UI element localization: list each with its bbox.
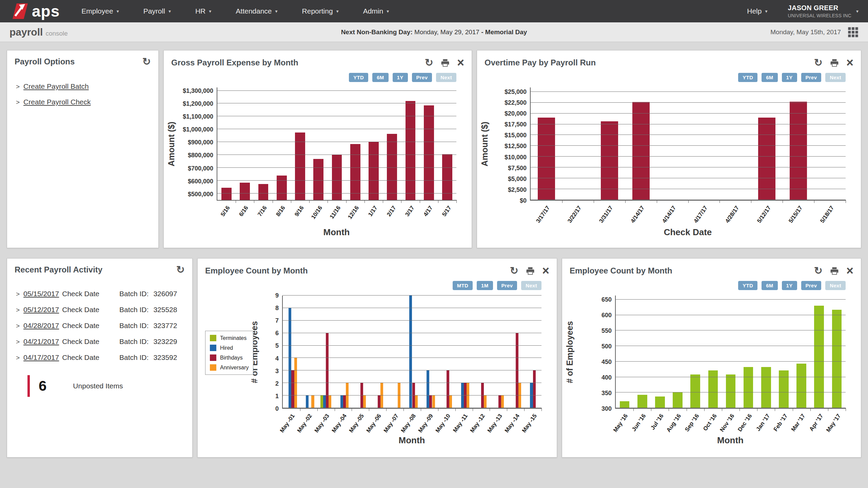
create-payroll-check-link[interactable]: Create Payroll Check: [23, 98, 91, 106]
range-prev-button[interactable]: Prev: [801, 281, 822, 290]
bar-anniversary[interactable]: [311, 395, 314, 408]
bar[interactable]: [790, 102, 807, 200]
close-icon[interactable]: ×: [846, 265, 853, 277]
bar[interactable]: [779, 370, 789, 408]
bar[interactable]: [673, 392, 683, 408]
bar[interactable]: [369, 142, 379, 200]
bar[interactable]: [814, 306, 824, 408]
bar-anniversary[interactable]: [484, 395, 487, 408]
bar-hired[interactable]: [306, 395, 309, 408]
activity-date-link[interactable]: 04/21/2017: [23, 338, 59, 346]
bar-anniversary[interactable]: [449, 395, 452, 408]
bar[interactable]: [832, 310, 842, 408]
range-1y-button[interactable]: 1Y: [393, 73, 408, 82]
range-prev-button[interactable]: Prev: [497, 281, 517, 290]
bar[interactable]: [620, 401, 630, 408]
bar[interactable]: [690, 374, 700, 408]
bar-hired[interactable]: [427, 370, 429, 408]
print-icon[interactable]: [830, 266, 839, 275]
bar[interactable]: [655, 396, 665, 408]
close-icon[interactable]: ×: [846, 57, 853, 69]
bar[interactable]: [601, 121, 618, 200]
bar[interactable]: [277, 176, 287, 200]
create-payroll-batch-link[interactable]: Create Payroll Batch: [23, 82, 89, 90]
menu-employee[interactable]: Employee▾: [81, 7, 119, 15]
bar[interactable]: [538, 118, 555, 200]
print-icon[interactable]: [830, 58, 839, 67]
range-ytd-button[interactable]: YTD: [738, 73, 757, 82]
bar-terminates[interactable]: [320, 395, 323, 408]
bar-hired[interactable]: [340, 395, 343, 408]
bar[interactable]: [708, 370, 718, 408]
bar[interactable]: [758, 118, 775, 200]
range-next-button[interactable]: Next: [521, 281, 541, 290]
bar[interactable]: [295, 133, 305, 200]
refresh-icon[interactable]: ↻: [425, 58, 433, 68]
bar[interactable]: [726, 374, 736, 408]
print-icon[interactable]: [526, 266, 535, 275]
range-prev-button[interactable]: Prev: [412, 73, 432, 82]
x-axis-title: Month: [217, 227, 456, 238]
bar[interactable]: [387, 134, 397, 200]
activity-date-link[interactable]: 04/17/2017: [23, 353, 59, 362]
close-icon[interactable]: ×: [457, 57, 464, 69]
range-mtd-button[interactable]: MTD: [453, 281, 473, 290]
bar-birthdays[interactable]: [533, 370, 536, 408]
help-menu[interactable]: Help▾: [747, 7, 767, 15]
aps-logo[interactable]: aps: [9, 3, 60, 19]
bar[interactable]: [761, 367, 771, 408]
bar-anniversary[interactable]: [363, 395, 366, 408]
bar[interactable]: [632, 102, 650, 200]
bar[interactable]: [313, 159, 323, 200]
range-6m-button[interactable]: 6M: [762, 281, 777, 290]
apps-grid-icon[interactable]: [848, 27, 859, 38]
range-ytd-button[interactable]: YTD: [349, 73, 368, 82]
bar-anniversary[interactable]: [501, 395, 504, 408]
range-next-button[interactable]: Next: [825, 281, 846, 290]
bar-hired[interactable]: [409, 296, 412, 408]
activity-date-link[interactable]: 05/12/2017: [23, 306, 59, 314]
bar-hired[interactable]: [323, 395, 326, 408]
range-1y-button[interactable]: 1Y: [782, 73, 797, 82]
menu-hr[interactable]: HR▾: [195, 7, 211, 15]
bar-anniversary[interactable]: [432, 395, 435, 408]
bar-anniversary[interactable]: [415, 395, 418, 408]
menu-payroll[interactable]: Payroll▾: [143, 7, 171, 15]
user-menu[interactable]: JASON GREER UNIVERSAL WIRELESS INC ▾: [788, 4, 859, 18]
bar[interactable]: [637, 395, 647, 408]
range-prev-button[interactable]: Prev: [801, 73, 822, 82]
refresh-icon[interactable]: ↻: [142, 57, 151, 67]
activity-date-link[interactable]: 04/28/2017: [23, 322, 59, 330]
close-icon[interactable]: ×: [542, 265, 549, 277]
bar-birthdays[interactable]: [447, 370, 449, 408]
activity-date-link[interactable]: 05/15/2017: [23, 290, 59, 298]
bar[interactable]: [350, 144, 360, 200]
refresh-icon[interactable]: ↻: [814, 266, 823, 276]
menu-reporting[interactable]: Reporting▾: [302, 7, 339, 15]
range-6m-button[interactable]: 6M: [372, 73, 388, 82]
bar-birthdays[interactable]: [378, 395, 380, 408]
range-next-button[interactable]: Next: [436, 73, 456, 82]
refresh-icon[interactable]: ↻: [814, 58, 823, 68]
bar[interactable]: [796, 364, 806, 408]
bar-birthdays[interactable]: [343, 395, 346, 408]
refresh-icon[interactable]: ↻: [510, 266, 518, 276]
bar[interactable]: [240, 183, 250, 200]
range-6m-button[interactable]: 6M: [762, 73, 777, 82]
bar[interactable]: [221, 188, 232, 200]
menu-attendance[interactable]: Attendance▾: [236, 7, 277, 15]
bar[interactable]: [744, 367, 753, 408]
range-ytd-button[interactable]: YTD: [738, 281, 757, 290]
bar-anniversary[interactable]: [329, 395, 331, 408]
bar-birthdays[interactable]: [429, 395, 432, 408]
print-icon[interactable]: [441, 58, 450, 67]
bar[interactable]: [258, 184, 269, 200]
bar-birthdays[interactable]: [498, 395, 501, 408]
range-1m-button[interactable]: 1M: [477, 281, 493, 290]
menu-admin[interactable]: Admin▾: [363, 7, 389, 15]
refresh-icon[interactable]: ↻: [176, 265, 185, 275]
bar-birthdays[interactable]: [291, 370, 294, 408]
range-next-button[interactable]: Next: [825, 73, 846, 82]
range-1y-button[interactable]: 1Y: [782, 281, 797, 290]
bar[interactable]: [424, 105, 434, 200]
